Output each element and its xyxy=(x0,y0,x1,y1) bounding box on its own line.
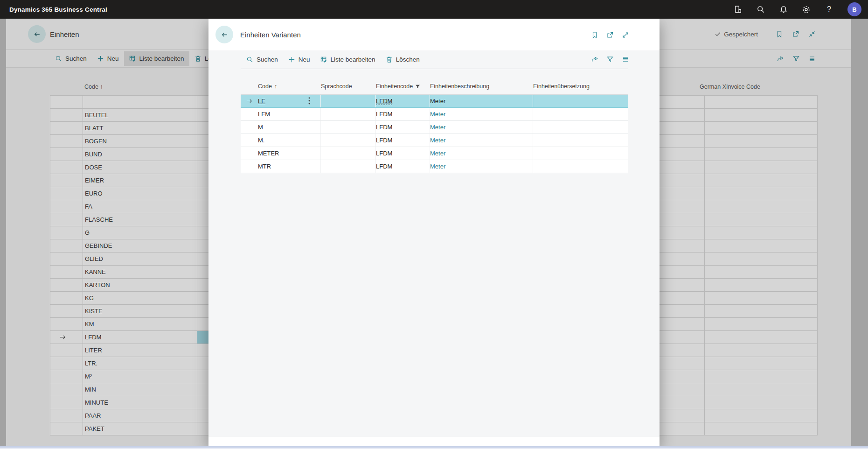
filter-applied-icon xyxy=(415,84,420,89)
table-row[interactable]: METER LFDM Meter xyxy=(241,147,628,160)
edit-list-icon xyxy=(320,56,327,63)
modal-toolbar-icons xyxy=(590,55,630,63)
row-context-menu-icon[interactable] xyxy=(308,97,310,106)
share-icon[interactable] xyxy=(590,55,599,63)
sprachcode-cell[interactable] xyxy=(321,160,376,173)
filter-icon[interactable] xyxy=(606,55,614,63)
bookmark-icon[interactable] xyxy=(590,31,599,39)
avatar[interactable]: B xyxy=(847,2,861,16)
window-bottom-edge xyxy=(0,446,868,449)
einheitenuebersetzung-cell[interactable] xyxy=(533,108,628,120)
einheitencode-cell[interactable]: LFDM xyxy=(376,95,430,107)
einheitencode-cell[interactable]: LFDM xyxy=(376,108,430,120)
einheitencode-cell[interactable]: LFDM xyxy=(376,134,430,147)
column-header-code[interactable]: Code ↑ xyxy=(258,83,277,90)
einheitenbeschreibung-cell[interactable]: Meter xyxy=(430,134,533,147)
einheitenbeschreibung-cell[interactable]: Meter xyxy=(430,160,533,173)
workspace: Einheiten Gespeichert Suc xyxy=(0,19,868,449)
einheitencode-cell[interactable]: LFDM xyxy=(376,121,430,133)
code-cell[interactable]: M xyxy=(258,121,321,133)
topbar-actions: ? B xyxy=(733,2,868,16)
edit-list-button[interactable]: Liste bearbeiten xyxy=(315,52,381,67)
sprachcode-cell[interactable] xyxy=(321,95,376,107)
modal-header-actions xyxy=(590,31,630,39)
selected-row-arrow-icon xyxy=(241,108,258,120)
einheitenuebersetzung-cell[interactable] xyxy=(533,160,628,173)
table-row[interactable]: M. LFDM Meter xyxy=(241,134,628,147)
einheitenuebersetzung-cell[interactable] xyxy=(533,147,628,160)
sort-asc-icon: ↑ xyxy=(274,83,277,90)
plus-icon xyxy=(288,56,295,63)
sprachcode-cell[interactable] xyxy=(321,121,376,133)
modal-table: Code ↑ Sprachcode Einheitencode Einheite… xyxy=(241,79,628,173)
code-cell[interactable]: M. xyxy=(258,134,321,147)
modal-title: Einheiten Varianten xyxy=(240,31,301,39)
modal-toolbar: Suchen Neu Liste bearbeiten Löschen xyxy=(208,50,660,69)
notifications-bell-icon[interactable] xyxy=(779,5,788,14)
search-icon[interactable] xyxy=(756,5,765,14)
einheitenuebersetzung-cell[interactable] xyxy=(533,121,628,133)
column-header-einheitenbeschreibung[interactable]: Einheitenbeschreibung xyxy=(430,83,489,90)
column-header-einheitencode[interactable]: Einheitencode xyxy=(376,83,420,90)
search-button[interactable]: Suchen xyxy=(241,52,283,67)
table-row[interactable]: LFM LFDM Meter xyxy=(241,108,628,121)
expand-icon[interactable] xyxy=(621,31,630,39)
einheitenbeschreibung-cell[interactable]: Meter xyxy=(430,147,533,160)
modal-header: Einheiten Varianten xyxy=(208,19,660,50)
einheitenuebersetzung-cell[interactable] xyxy=(533,134,628,147)
selected-row-arrow-icon xyxy=(241,134,258,147)
column-header-sprachcode[interactable]: Sprachcode xyxy=(321,83,352,90)
open-in-new-window-icon[interactable] xyxy=(606,31,614,39)
delete-button[interactable]: Löschen xyxy=(381,52,425,67)
toolbar-separator xyxy=(241,69,628,69)
modal-footer xyxy=(208,437,660,446)
column-header-einheitenuebersetzung[interactable]: Einheitenübersetzung xyxy=(533,83,590,90)
code-cell[interactable]: LE xyxy=(258,95,321,107)
app-top-bar: Dynamics 365 Business Central ? B xyxy=(0,0,868,19)
back-button[interactable] xyxy=(215,26,233,43)
modal-einheiten-varianten: Einheiten Varianten Suchen Neu xyxy=(208,19,660,446)
help-icon[interactable]: ? xyxy=(825,5,833,14)
modal-table-header: Code ↑ Sprachcode Einheitencode Einheite… xyxy=(241,79,628,95)
einheitenbeschreibung-cell[interactable]: Meter xyxy=(430,121,533,133)
new-button[interactable]: Neu xyxy=(283,52,315,67)
code-cell[interactable]: LFM xyxy=(258,108,321,120)
company-icon[interactable] xyxy=(733,5,742,14)
einheitenbeschreibung-cell[interactable]: Meter xyxy=(430,108,533,120)
modal-table-body: LE LFDM Meter xyxy=(241,95,628,173)
einheitenbeschreibung-cell[interactable]: Meter xyxy=(430,95,533,107)
settings-gear-icon[interactable] xyxy=(802,5,811,14)
sprachcode-cell[interactable] xyxy=(321,108,376,120)
selected-row-arrow-icon xyxy=(241,160,258,173)
code-cell[interactable]: MTR xyxy=(258,160,321,173)
table-row[interactable]: MTR LFDM Meter xyxy=(241,160,628,173)
trash-icon xyxy=(386,56,393,63)
einheitencode-cell[interactable]: LFDM xyxy=(376,160,430,173)
sprachcode-cell[interactable] xyxy=(321,134,376,147)
table-row[interactable]: M LFDM Meter xyxy=(241,121,628,134)
einheitenuebersetzung-cell[interactable] xyxy=(533,95,628,107)
einheitencode-cell[interactable]: LFDM xyxy=(376,147,430,160)
code-cell[interactable]: METER xyxy=(258,147,321,160)
choose-columns-icon[interactable] xyxy=(621,55,630,63)
app-title: Dynamics 365 Business Central xyxy=(0,6,107,13)
selected-row-arrow-icon xyxy=(241,95,258,107)
table-row[interactable]: LE LFDM Meter xyxy=(241,95,628,108)
selected-row-arrow-icon xyxy=(241,147,258,160)
sprachcode-cell[interactable] xyxy=(321,147,376,160)
search-icon xyxy=(246,56,253,63)
selected-row-arrow-icon xyxy=(241,121,258,133)
